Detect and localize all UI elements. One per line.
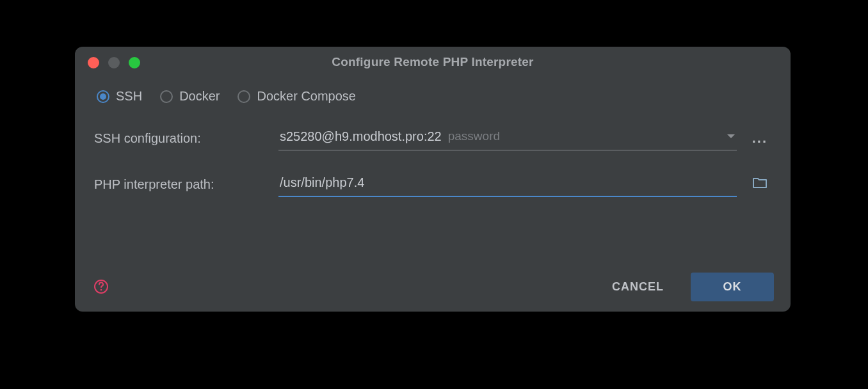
folder-icon <box>752 177 768 189</box>
interpreter-type-radio-group: SSH Docker Docker Compose <box>94 89 771 104</box>
window-controls <box>88 57 140 68</box>
radio-docker-label: Docker <box>179 89 220 104</box>
ssh-configuration-dropdown[interactable]: s25280@h9.modhost.pro:22 password <box>278 125 737 151</box>
help-button[interactable] <box>92 277 111 296</box>
radio-circle-icon <box>160 90 173 103</box>
radio-circle-icon <box>237 90 250 103</box>
php-interpreter-path-field-wrap <box>278 171 771 197</box>
ssh-configuration-browse-button[interactable]: ... <box>748 130 771 147</box>
radio-docker-compose-label: Docker Compose <box>257 89 356 104</box>
php-interpreter-path-input-wrap <box>278 171 737 197</box>
cancel-button[interactable]: CANCEL <box>599 273 677 301</box>
radio-docker[interactable]: Docker <box>160 89 220 104</box>
help-icon <box>93 279 109 294</box>
minimize-window-button[interactable] <box>108 57 120 68</box>
radio-ssh-label: SSH <box>116 89 142 104</box>
dialog-content: SSH Docker Docker Compose SSH configurat… <box>75 77 791 197</box>
ssh-configuration-label: SSH configuration: <box>94 131 278 146</box>
dialog-title: Configure Remote PHP Interpreter <box>332 55 533 69</box>
dialog-footer: CANCEL OK <box>75 262 791 312</box>
php-interpreter-path-label: PHP interpreter path: <box>94 177 278 192</box>
radio-dot-icon <box>100 93 106 100</box>
ssh-configuration-row: SSH configuration: s25280@h9.modhost.pro… <box>94 125 771 151</box>
close-window-button[interactable] <box>88 57 99 68</box>
svg-point-1 <box>100 289 102 291</box>
browse-folder-button[interactable] <box>748 177 771 192</box>
ssh-configuration-field-wrap: s25280@h9.modhost.pro:22 password ... <box>278 125 771 151</box>
ssh-configuration-value: s25280@h9.modhost.pro:22 <box>280 129 442 144</box>
ok-button[interactable]: OK <box>691 273 774 301</box>
maximize-window-button[interactable] <box>129 57 140 68</box>
php-interpreter-path-row: PHP interpreter path: <box>94 171 771 197</box>
configure-remote-php-interpreter-dialog: Configure Remote PHP Interpreter SSH Doc… <box>75 47 791 312</box>
ssh-configuration-auth-hint: password <box>448 129 720 143</box>
chevron-down-icon <box>727 131 735 142</box>
radio-circle-selected-icon <box>97 90 109 103</box>
dialog-titlebar: Configure Remote PHP Interpreter <box>75 47 791 77</box>
php-interpreter-path-input[interactable] <box>280 175 735 190</box>
radio-ssh[interactable]: SSH <box>97 89 142 104</box>
radio-docker-compose[interactable]: Docker Compose <box>237 89 356 104</box>
